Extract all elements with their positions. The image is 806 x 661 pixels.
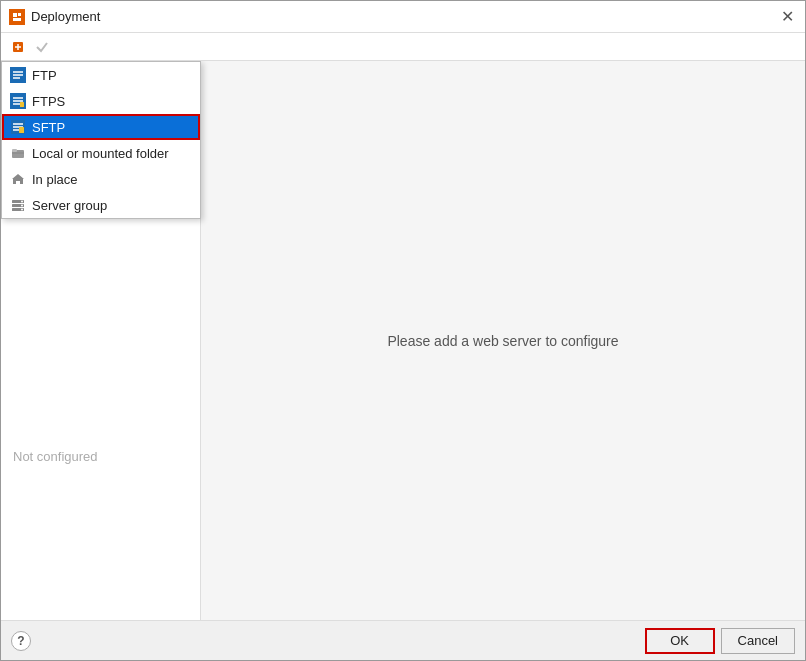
cancel-button[interactable]: Cancel — [721, 628, 795, 654]
local-folder-icon — [10, 145, 26, 161]
ok-button[interactable]: OK — [645, 628, 715, 654]
toolbar — [1, 33, 805, 61]
dropdown-item-ftp[interactable]: FTP — [2, 62, 200, 88]
local-label: Local or mounted folder — [32, 146, 169, 161]
ftps-label: FTPS — [32, 94, 65, 109]
not-configured-text: Not configured — [5, 229, 196, 472]
dropdown-item-local[interactable]: Local or mounted folder — [2, 140, 200, 166]
sidebar-container: FTP FTPS — [1, 61, 201, 620]
app-icon — [9, 9, 25, 25]
ftp-icon — [10, 67, 26, 83]
deployment-window: Deployment ✕ — [0, 0, 806, 661]
content-area: FTP FTPS — [1, 61, 805, 620]
footer-buttons: OK Cancel — [645, 628, 795, 654]
close-button[interactable]: ✕ — [777, 7, 797, 27]
servergroup-label: Server group — [32, 198, 107, 213]
house-icon — [10, 171, 26, 187]
window-title: Deployment — [31, 9, 100, 24]
ftp-label: FTP — [32, 68, 57, 83]
dropdown-item-servergroup[interactable]: Server group — [2, 192, 200, 218]
dropdown-item-ftps[interactable]: FTPS — [2, 88, 200, 114]
svg-rect-15 — [20, 102, 24, 107]
svg-rect-3 — [13, 18, 21, 21]
sidebar-content: Not configured — [1, 221, 200, 620]
confirm-button[interactable] — [31, 36, 53, 58]
svg-point-28 — [21, 201, 23, 203]
main-placeholder-text: Please add a web server to configure — [387, 333, 618, 349]
footer-left: ? — [11, 631, 31, 651]
title-bar: Deployment ✕ — [1, 1, 805, 33]
svg-rect-2 — [18, 13, 21, 16]
svg-rect-22 — [12, 149, 17, 152]
svg-point-30 — [21, 209, 23, 211]
inplace-label: In place — [32, 172, 78, 187]
svg-rect-1 — [13, 13, 17, 17]
svg-rect-20 — [19, 127, 24, 133]
svg-marker-24 — [12, 174, 24, 184]
help-button[interactable]: ? — [11, 631, 31, 651]
footer: ? OK Cancel — [1, 620, 805, 660]
ftps-icon — [10, 93, 26, 109]
sftp-icon — [10, 119, 26, 135]
servergroup-icon — [10, 197, 26, 213]
add-button[interactable] — [7, 36, 29, 58]
dropdown-menu: FTP FTPS — [1, 61, 201, 219]
dropdown-item-sftp[interactable]: SFTP — [2, 114, 200, 140]
main-area: Please add a web server to configure — [201, 61, 805, 620]
dropdown-item-inplace[interactable]: In place — [2, 166, 200, 192]
title-bar-left: Deployment — [9, 9, 100, 25]
sftp-label: SFTP — [32, 120, 65, 135]
svg-point-29 — [21, 205, 23, 207]
